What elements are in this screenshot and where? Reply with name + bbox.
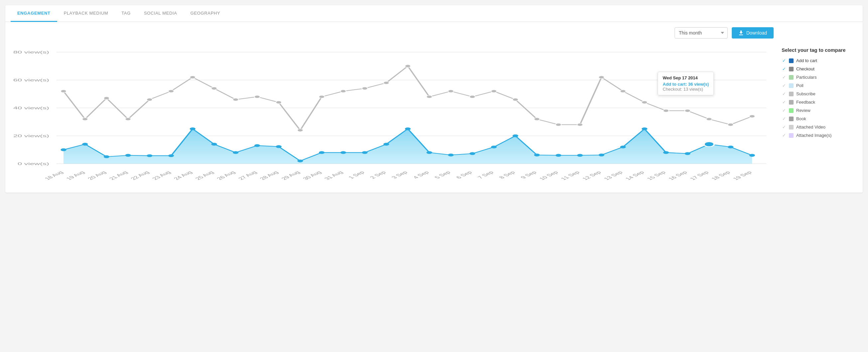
download-icon: [738, 30, 744, 35]
svg-point-18: [190, 128, 195, 130]
svg-point-51: [168, 90, 174, 92]
swatch-book: [789, 117, 794, 121]
svg-text:12 Sep: 12 Sep: [581, 170, 602, 181]
check-icon-particulars: ✓: [782, 75, 786, 80]
svg-point-58: [319, 95, 325, 98]
svg-text:5 Sep: 5 Sep: [433, 170, 452, 180]
svg-text:24 Aug: 24 Aug: [173, 170, 194, 181]
swatch-checkout: [789, 67, 794, 71]
legend-item-review[interactable]: ✓ Review: [782, 108, 855, 113]
legend-label-poll: Poll: [796, 83, 804, 88]
swatch-feedback: [789, 100, 794, 105]
chart-container: 80 view(s) 60 view(s) 40 view(s) 20 view…: [13, 45, 774, 185]
check-icon-poll: ✓: [782, 83, 786, 88]
svg-text:80 view(s): 80 view(s): [13, 50, 49, 55]
swatch-subscribe: [789, 92, 794, 96]
svg-point-46: [60, 90, 66, 92]
svg-point-27: [383, 143, 389, 146]
legend-label-checkout: Checkout: [796, 66, 814, 71]
svg-point-44: [749, 154, 755, 157]
check-icon-attached-images: ✓: [782, 133, 786, 138]
svg-point-43: [728, 146, 734, 148]
svg-text:21 Aug: 21 Aug: [108, 170, 129, 181]
svg-point-55: [254, 95, 260, 98]
svg-point-67: [513, 98, 518, 101]
svg-text:28 Aug: 28 Aug: [258, 170, 280, 181]
svg-point-25: [340, 151, 346, 154]
svg-point-40: [663, 151, 669, 154]
legend-item-checkout[interactable]: ✓ Checkout: [782, 66, 855, 71]
check-icon-subscribe: ✓: [782, 91, 786, 96]
svg-point-35: [556, 154, 561, 157]
legend-label-particulars: Particulars: [796, 75, 816, 80]
tab-engagement[interactable]: ENGAGEMENT: [11, 5, 57, 22]
svg-point-71: [598, 76, 604, 78]
svg-point-24: [319, 151, 325, 154]
legend-item-subscribe[interactable]: ✓ Subscribe: [782, 91, 855, 96]
svg-point-47: [82, 118, 88, 120]
legend-label-review: Review: [796, 108, 810, 113]
tab-tag[interactable]: TAG: [115, 5, 137, 22]
svg-text:15 Sep: 15 Sep: [645, 170, 667, 181]
svg-point-12: [60, 149, 66, 151]
tabs-bar: ENGAGEMENT PLAYBACK MEDIUM TAG SOCIAL ME…: [5, 5, 863, 22]
svg-point-64: [448, 90, 454, 92]
content-area: This month Last month Last 7 days Custom…: [5, 22, 863, 193]
svg-rect-0: [739, 35, 743, 35]
svg-point-36: [577, 154, 583, 157]
svg-point-31: [470, 152, 475, 155]
svg-text:8 Sep: 8 Sep: [498, 170, 517, 180]
download-label: Download: [746, 30, 767, 35]
svg-point-54: [232, 98, 238, 101]
download-button[interactable]: Download: [732, 27, 774, 38]
svg-point-29: [426, 151, 432, 154]
legend-item-feedback[interactable]: ✓ Feedback: [782, 100, 855, 105]
svg-point-68: [534, 118, 540, 120]
svg-point-52: [190, 76, 195, 78]
svg-text:40 view(s): 40 view(s): [13, 106, 49, 110]
check-icon-add-to-cart: ✓: [782, 58, 786, 63]
swatch-add-to-cart: [789, 59, 794, 63]
legend-item-add-to-cart[interactable]: ✓ Add to cart: [782, 58, 855, 63]
page-wrapper: ENGAGEMENT PLAYBACK MEDIUM TAG SOCIAL ME…: [0, 5, 868, 352]
svg-text:6 Sep: 6 Sep: [455, 170, 473, 180]
legend-item-book[interactable]: ✓ Book: [782, 116, 855, 121]
legend-label-attached-images: Attached Image(s): [796, 133, 832, 138]
svg-text:3 Sep: 3 Sep: [390, 170, 409, 180]
svg-text:29 Aug: 29 Aug: [280, 170, 301, 181]
legend-item-attached-video[interactable]: ✓ Attached Video: [782, 125, 855, 129]
legend-item-attached-images[interactable]: ✓ Attached Image(s): [782, 133, 855, 138]
svg-text:0 view(s): 0 view(s): [18, 162, 49, 166]
svg-point-28: [405, 128, 411, 130]
legend-item-poll[interactable]: ✓ Poll: [782, 83, 855, 88]
legend-label-subscribe: Subscribe: [796, 91, 815, 96]
svg-text:20 view(s): 20 view(s): [13, 134, 49, 138]
legend-label-attached-video: Attached Video: [796, 125, 826, 129]
legend-label-add-to-cart: Add to cart: [796, 58, 817, 63]
svg-point-39: [642, 128, 647, 130]
svg-point-61: [383, 82, 389, 84]
swatch-poll: [789, 83, 794, 88]
svg-point-78: [749, 115, 755, 118]
svg-point-41: [685, 152, 690, 155]
svg-point-49: [125, 118, 131, 120]
svg-text:4 Sep: 4 Sep: [412, 170, 431, 180]
legend-item-particulars[interactable]: ✓ Particulars: [782, 75, 855, 80]
svg-text:27 Aug: 27 Aug: [237, 170, 258, 181]
svg-text:26 Aug: 26 Aug: [215, 170, 237, 181]
svg-point-70: [577, 123, 583, 126]
tab-playback-medium[interactable]: PLAYBACK MEDIUM: [57, 5, 115, 22]
period-select[interactable]: This month Last month Last 7 days Custom…: [675, 27, 728, 38]
tab-social-media[interactable]: SOCIAL MEDIA: [137, 5, 184, 22]
svg-text:30 Aug: 30 Aug: [301, 170, 323, 181]
svg-point-13: [82, 143, 88, 146]
svg-point-23: [298, 159, 303, 162]
svg-point-38: [620, 146, 626, 148]
svg-point-26: [362, 151, 368, 154]
svg-point-15: [125, 154, 131, 157]
svg-point-74: [663, 109, 669, 112]
svg-point-75: [685, 109, 690, 112]
tab-geography[interactable]: GEOGRAPHY: [184, 5, 227, 22]
svg-point-56: [276, 101, 281, 104]
legend-label-book: Book: [796, 116, 806, 121]
